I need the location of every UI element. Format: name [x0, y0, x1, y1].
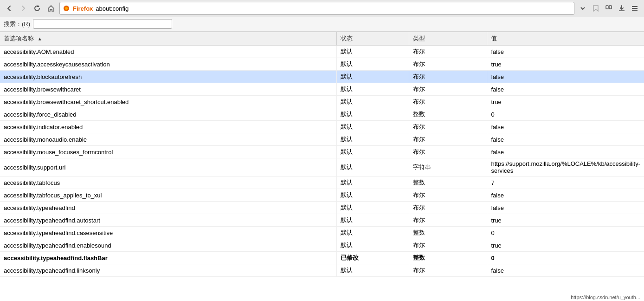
table-row[interactable]: accessibility.typeaheadfind.linksonly默认布… [0, 264, 644, 277]
svg-point-2 [65, 7, 68, 10]
cell-type: 整数 [409, 177, 487, 189]
table-row[interactable]: accessibility.mouse_focuses_formcontrol默… [0, 146, 644, 158]
table-row[interactable]: accessibility.browsewithcaret_shortcut.e… [0, 96, 644, 108]
address-input[interactable] [96, 5, 571, 12]
cell-status: 默认 [337, 71, 409, 83]
search-input[interactable] [36, 20, 169, 27]
table-row[interactable]: accessibility.monoaudio.enable默认布尔false [0, 133, 644, 146]
cell-value: true [487, 239, 644, 252]
cell-type: 布尔 [409, 83, 487, 96]
cell-type: 布尔 [409, 121, 487, 133]
config-table-container: 首选项名称 ▲ 状态 类型 值 accessibility.AOM.enable… [0, 32, 644, 277]
cell-status: 默认 [337, 58, 409, 71]
cell-status: 默认 [337, 214, 409, 227]
cell-type: 整数 [409, 108, 487, 121]
home-button[interactable] [45, 3, 57, 14]
header-status[interactable]: 状态 [337, 32, 409, 46]
cell-name: accessibility.typeaheadfind.flashBar [0, 252, 337, 264]
svg-rect-7 [632, 10, 638, 11]
table-row[interactable]: accessibility.support.url默认字符串https://su… [0, 158, 644, 177]
cell-name: accessibility.typeaheadfind.autostart [0, 214, 337, 227]
cell-value: true [487, 96, 644, 108]
sort-arrow-icon: ▲ [38, 36, 42, 41]
dropdown-button[interactable] [577, 3, 588, 14]
table-row[interactable]: accessibility.tabfocus_applies_to_xul默认布… [0, 189, 644, 202]
nav-bar: Firefox [0, 0, 644, 17]
table-row[interactable]: accessibility.tabfocus默认整数7 [0, 177, 644, 189]
cell-type: 整数 [409, 252, 487, 264]
cell-type: 布尔 [409, 58, 487, 71]
cell-value: 7 [487, 177, 644, 189]
cell-name: accessibility.typeaheadfind.enablesound [0, 239, 337, 252]
address-bar[interactable]: Firefox [59, 2, 574, 15]
table-row[interactable]: accessibility.AOM.enabled默认布尔false [0, 46, 644, 58]
cell-value: false [487, 46, 644, 58]
cell-type: 布尔 [409, 189, 487, 202]
bookmark-button[interactable] [590, 3, 601, 14]
cell-value: false [487, 146, 644, 158]
svg-rect-5 [632, 6, 638, 7]
table-row[interactable]: accessibility.typeaheadfind.casesensitiv… [0, 227, 644, 239]
menu-button[interactable] [629, 3, 640, 14]
cell-value: 0 [487, 252, 644, 264]
cell-value: 0 [487, 108, 644, 121]
svg-rect-6 [632, 8, 638, 9]
cell-status: 默认 [337, 96, 409, 108]
header-name[interactable]: 首选项名称 ▲ [0, 32, 337, 46]
forward-button[interactable] [18, 3, 29, 14]
table-row[interactable]: accessibility.indicator.enabled默认布尔false [0, 121, 644, 133]
cell-name: accessibility.tabfocus_applies_to_xul [0, 189, 337, 202]
browser-chrome: Firefox 搜索：(R) [0, 0, 644, 32]
table-row[interactable]: accessibility.typeaheadfind.flashBar已修改整… [0, 252, 644, 264]
cell-type: 布尔 [409, 46, 487, 58]
cell-name: accessibility.tabfocus [0, 177, 337, 189]
cell-name: accessibility.AOM.enabled [0, 46, 337, 58]
reload-button[interactable] [32, 3, 43, 14]
back-button[interactable] [4, 3, 15, 14]
cell-status: 默认 [337, 177, 409, 189]
cell-name: accessibility.accesskeycausesactivation [0, 58, 337, 71]
cell-value: https://support.mozilla.org/%LOCALE%/kb/… [487, 158, 644, 177]
cell-name: accessibility.typeaheadfind.linksonly [0, 264, 337, 277]
cell-status: 默认 [337, 264, 409, 277]
cell-value: true [487, 58, 644, 71]
table-row[interactable]: accessibility.force_disabled默认整数0 [0, 108, 644, 121]
svg-rect-3 [606, 6, 608, 9]
cell-type: 布尔 [409, 202, 487, 214]
cell-name: accessibility.monoaudio.enable [0, 133, 337, 146]
cell-status: 默认 [337, 189, 409, 202]
cell-status: 默认 [337, 83, 409, 96]
cell-value: false [487, 133, 644, 146]
cell-type: 布尔 [409, 133, 487, 146]
cell-name: accessibility.force_disabled [0, 108, 337, 121]
cell-status: 默认 [337, 46, 409, 58]
download-button[interactable] [616, 3, 627, 14]
cell-status: 已修改 [337, 252, 409, 264]
cell-value: false [487, 189, 644, 202]
cell-value: false [487, 83, 644, 96]
cell-name: accessibility.typeaheadfind [0, 202, 337, 214]
search-label: 搜索：(R) [4, 20, 30, 28]
cell-name: accessibility.blockautorefresh [0, 71, 337, 83]
cell-status: 默认 [337, 133, 409, 146]
cell-type: 布尔 [409, 264, 487, 277]
table-row[interactable]: accessibility.typeaheadfind默认布尔false [0, 202, 644, 214]
table-row[interactable]: accessibility.typeaheadfind.enablesound默… [0, 239, 644, 252]
cell-status: 默认 [337, 121, 409, 133]
cell-value: false [487, 202, 644, 214]
svg-rect-4 [609, 6, 612, 9]
bookmarks-list-button[interactable] [603, 3, 614, 14]
search-input-wrap[interactable] [33, 19, 172, 29]
cell-type: 字符串 [409, 158, 487, 177]
nav-right-buttons [577, 3, 640, 14]
header-value[interactable]: 值 [487, 32, 644, 46]
table-row[interactable]: accessibility.blockautorefresh默认布尔false [0, 71, 644, 83]
cell-status: 默认 [337, 158, 409, 177]
table-row[interactable]: accessibility.browsewithcaret默认布尔false [0, 83, 644, 96]
table-row[interactable]: accessibility.typeaheadfind.autostart默认布… [0, 214, 644, 227]
cell-value: false [487, 121, 644, 133]
header-type[interactable]: 类型 [409, 32, 487, 46]
cell-status: 默认 [337, 227, 409, 239]
table-row[interactable]: accessibility.accesskeycausesactivation默… [0, 58, 644, 71]
firefox-icon [63, 5, 70, 12]
